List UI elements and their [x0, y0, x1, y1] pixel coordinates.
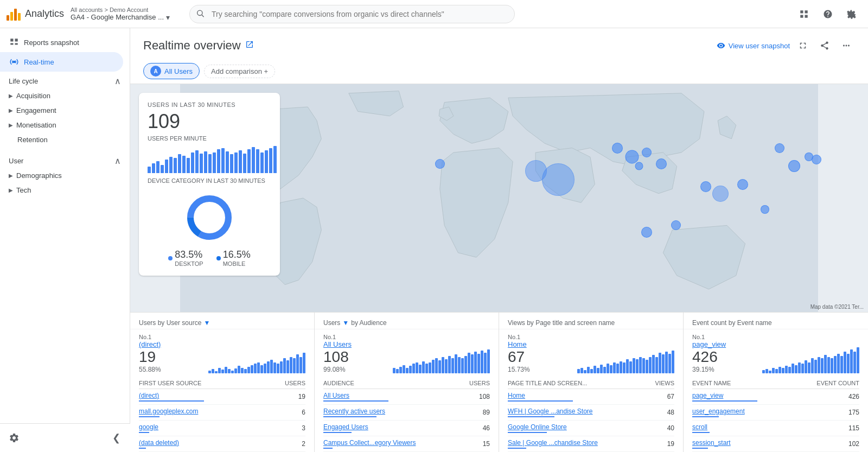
row-bar — [323, 400, 388, 402]
sidebar-item-monetisation[interactable]: ▶ Monetisation — [0, 118, 130, 132]
col1-header: AUDIENCE — [323, 380, 354, 386]
spark-bar — [639, 357, 642, 373]
spark-bar — [772, 368, 775, 373]
help-icon[interactable] — [818, 4, 838, 24]
spark-bar — [850, 349, 853, 373]
spark-bar — [616, 364, 619, 373]
svg-rect-8 — [10, 43, 13, 45]
table-row: session_start 102 — [692, 436, 859, 452]
spark-bar — [290, 357, 292, 373]
table-row: Home 67 — [508, 389, 674, 405]
spark-bar — [587, 367, 590, 373]
row-name[interactable]: All Users — [323, 392, 474, 399]
collapse-sidebar-button[interactable]: ❮ — [106, 428, 126, 448]
apps-icon[interactable] — [794, 4, 814, 24]
row-name[interactable]: Campus Collect...egory Viewers — [323, 439, 474, 447]
table-row: google 3 — [139, 421, 305, 436]
sidebar-item-realtime[interactable]: Real-time — [0, 52, 123, 72]
fullscreen-icon[interactable] — [794, 37, 812, 54]
settings-icon[interactable] — [842, 4, 861, 24]
spark-bar — [484, 353, 487, 373]
mini-bar — [247, 149, 251, 173]
all-users-chip[interactable]: A All Users — [143, 63, 200, 79]
svg-point-10 — [13, 61, 16, 63]
row-name[interactable]: (direct) — [139, 392, 289, 399]
map-dot — [761, 205, 769, 214]
spark-bar — [811, 358, 814, 373]
row-name[interactable]: session_start — [692, 439, 843, 447]
share-icon[interactable] — [816, 37, 833, 54]
row-name[interactable]: scroll — [692, 423, 843, 431]
mobile-legend: 16.5% MOBILE — [216, 249, 251, 267]
mini-bar — [265, 150, 268, 173]
spark-bar — [416, 362, 418, 373]
panel-stat-info: No.1 page_view 426 39.15% — [692, 334, 726, 373]
search-input[interactable] — [189, 5, 515, 23]
row-name[interactable]: Google Online Store — [508, 423, 658, 431]
sidebar-item-demographics[interactable]: ▶ Demographics — [0, 168, 130, 183]
row-name[interactable]: WFH | Google ...andise Store — [508, 408, 658, 415]
external-link-icon[interactable] — [245, 40, 254, 51]
lifecycle-group[interactable]: Life cycle ∧ — [0, 72, 130, 88]
add-comparison-button[interactable]: Add comparison + — [204, 65, 275, 78]
panel-title: Users by User source — [139, 319, 201, 327]
row-name[interactable]: page_view — [692, 392, 843, 399]
user-group[interactable]: User ∧ — [0, 151, 130, 168]
spark-bar — [280, 361, 283, 373]
spark-bar — [299, 357, 302, 373]
spark-bar — [393, 368, 395, 373]
sidebar-item-retention[interactable]: Retention — [0, 132, 130, 147]
mini-bar — [182, 156, 186, 173]
row-name[interactable]: Home — [508, 392, 658, 399]
row-name[interactable]: Recently active users — [323, 408, 474, 415]
row-name-col: All Users — [323, 392, 474, 402]
mini-bar — [178, 154, 181, 173]
more-options-icon[interactable] — [838, 37, 855, 54]
panel-dropdown[interactable]: ▼ — [203, 319, 210, 327]
row-name-col: Campus Collect...egory Viewers — [323, 439, 474, 449]
panel-page-title: Views by Page title and screen name No.1… — [499, 313, 684, 452]
mini-bar — [165, 160, 168, 173]
panel-stat-name[interactable]: page_view — [692, 340, 726, 348]
panel-top-stat: No.1 page_view 426 39.15% — [684, 329, 868, 378]
sidebar-item-engagement[interactable]: ▶ Engagement — [0, 103, 130, 118]
sidebar-item-tech[interactable]: ▶ Tech — [0, 183, 130, 198]
spark-bar — [422, 361, 425, 373]
row-name[interactable]: Sale | Google ...chandise Store — [508, 439, 658, 447]
desktop-value: 83.5% — [175, 249, 203, 260]
spark-bar — [600, 365, 603, 373]
panel-stat-name[interactable]: All Users — [323, 340, 352, 348]
svg-rect-9 — [15, 43, 18, 45]
row-name-col: page_view — [692, 392, 843, 402]
panel-title-row: Users by User source ▼ — [139, 319, 305, 327]
row-value: 67 — [658, 393, 674, 400]
arrow-icon: ▶ — [9, 122, 13, 128]
panel-stat-name[interactable]: (direct) — [139, 340, 161, 348]
sidebar-item-acquisition[interactable]: ▶ Acquisition — [0, 88, 130, 103]
settings-button[interactable] — [4, 428, 24, 448]
mini-bar — [226, 151, 229, 173]
search-icon — [196, 9, 205, 19]
spark-bar — [458, 357, 461, 373]
snapshot-label: Reports snapshot — [24, 39, 79, 47]
view-snapshot-button[interactable]: View user snapshot — [717, 41, 790, 50]
row-name[interactable]: (data deleted) — [139, 439, 289, 447]
spark-bar — [646, 360, 648, 373]
table-row: page_view 426 — [692, 389, 859, 405]
sidebar-item-snapshot[interactable]: Reports snapshot — [0, 33, 123, 52]
panel-dropdown[interactable]: ▼ — [342, 319, 349, 327]
logo-bar-3 — [14, 9, 17, 21]
row-name[interactable]: Engaged Users — [323, 423, 474, 431]
device-category-label: DEVICE CATEGORY IN LAST 30 MINUTES — [148, 177, 271, 184]
row-value: 3 — [289, 424, 305, 432]
mini-bar — [187, 158, 190, 173]
spark-bar — [455, 354, 457, 373]
svg-rect-6 — [10, 39, 13, 41]
row-name[interactable]: user_engagement — [692, 408, 843, 415]
panel-stat-name[interactable]: Home — [508, 340, 530, 348]
arrow-icon: ▶ — [9, 187, 13, 193]
row-name[interactable]: google — [139, 423, 289, 431]
chevron-down-icon[interactable]: ▾ — [166, 13, 170, 22]
row-name[interactable]: mall.googleplex.com — [139, 408, 289, 415]
panel-table: PAGE TITLE AND SCREEN... VIEWS Home 67 W… — [499, 378, 683, 452]
